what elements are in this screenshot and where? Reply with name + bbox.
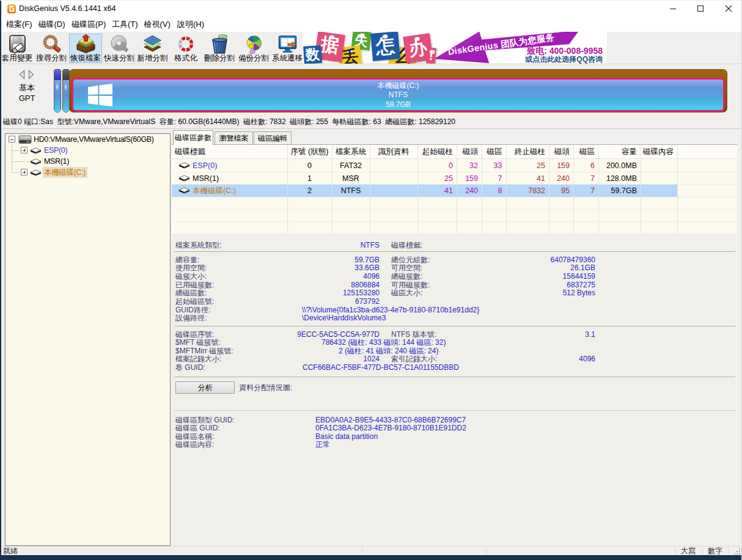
column-header[interactable]: 檔案系統 [332,145,370,159]
tab-sector-edit[interactable]: 磁區編輯 [254,131,292,144]
tree-node-msr[interactable]: MSR(1) [6,156,164,167]
partition-tree: HD0:VMware,VMwareVirtualS(60GB)ESP(0)MSR… [5,133,171,546]
column-header[interactable]: 磁碟內容 [641,145,677,159]
hdd-icon [18,134,32,144]
section-separator [174,410,735,411]
resize-grip[interactable] [733,548,741,555]
expand-icon[interactable] [21,169,28,175]
collapse-icon[interactable] [9,136,15,142]
menu-item-d[interactable]: 磁碟(D) [39,17,65,32]
format-icon [176,34,196,54]
table-cell: 7832 [506,185,549,197]
column-header[interactable]: 磁區 [482,145,506,159]
column-header[interactable]: 識別資料 [370,145,417,159]
menu-item-h[interactable]: 說明(H) [177,17,204,32]
section-separator [174,251,735,252]
partition-icon [30,169,42,176]
column-header[interactable]: 容量 [598,145,641,159]
ad-qq-link[interactable]: 或点击此处选择QQ咨询 [525,54,603,64]
disk-info-text: 磁碟0 端口:Sas 型號:VMware,VMwareVirtualS 容量: … [3,116,455,128]
column-header[interactable]: 磁區 [573,145,598,159]
table-cell: 128.0MB [598,172,641,185]
partition-bar-msr[interactable] [62,69,70,112]
toolbar-button-backup-partition[interactable]: 備份分割 [237,34,270,63]
partition-bar-esp[interactable] [54,69,61,112]
detail-row: 使用空間:33.6GB可用空間:26.1GB [172,263,737,272]
ad-tile: 怎 [370,32,400,61]
partition-label: MSR(1) [193,174,219,183]
detail-value: 3.1 [172,330,595,339]
close-button[interactable] [714,0,742,17]
column-header[interactable]: 磁頭 [549,145,573,159]
detail-value: 6837275 [172,281,595,289]
table-cell: 41 [506,172,549,185]
window-title: DiskGenius V5.4.6.1441 x64 [19,0,116,17]
detail-label: 設備路徑: [175,314,207,322]
toolbar-button-label: 恢復檔案 [70,54,101,62]
column-header[interactable]: 終止磁柱 [506,145,549,159]
tree-node-disk[interactable]: HD0:VMware,VMwareVirtualS(60GB) [6,134,164,145]
tab-browse-files[interactable]: 瀏覽檔案 [215,131,253,144]
backup-partition-icon [244,34,264,54]
toolbar-button-quick-partition[interactable]: 快速分割 [103,34,136,63]
maximize-button[interactable] [687,0,714,17]
grid-line [172,172,737,172]
table-cell: 1 [287,172,332,185]
next-disk-icon[interactable] [28,70,34,79]
system-migration-icon [277,34,298,54]
prev-disk-icon[interactable] [19,70,25,79]
tree-node-esp[interactable]: ESP(0) [6,145,164,156]
partition-fs: NTFS [73,90,723,100]
table-row-msr[interactable]: MSR(1)1MSR251597412407128.0MB [172,172,677,185]
toolbar-button-system-migration[interactable]: 系統遷移 [271,34,304,63]
table-row-c[interactable]: 本機磁碟(C:)2NTFS412408783295759.7GB [172,185,677,197]
column-header[interactable]: 起始磁柱 [417,145,457,159]
status-text: 就緒 [3,547,18,555]
tree-connector [12,172,20,173]
toolbar-button-search-partition[interactable]: 搜尋分割 [35,34,68,63]
minimize-button[interactable] [659,0,686,17]
toolbar-button-apply-changes[interactable]: 套用變更 [1,34,34,63]
menu-item-p[interactable]: 磁碟區(P) [72,17,106,32]
window-border-top [0,0,742,1]
app-window: DiskGenius V5.4.6.1441 x64 檔案(F)磁碟(D)磁碟區… [0,0,742,560]
window-border-left [0,0,1,560]
toolbar-button-format[interactable]: 格式化 [169,34,202,63]
tree-node-c[interactable]: 本機磁碟(C:) [6,167,164,178]
column-separator [641,145,641,234]
table-cell: 200.0MB [598,160,641,172]
menu-item-v[interactable]: 檢視(V) [144,17,171,32]
partition-icon [178,162,190,169]
detail-label: $MFTMirr 磁簇號: [175,347,233,355]
column-separator [417,145,418,234]
table-row-esp[interactable]: ESP(0)0FAT3203233251596200.0MB [172,160,677,172]
recover-files-icon [76,34,96,54]
ad-tile-char: 数 [304,45,320,64]
ad-banner[interactable]: DiskGenius 团队为您服务 致电: 400-008-9958 或点击此处… [303,32,607,64]
column-header[interactable]: 序號 (狀態) [287,145,332,159]
tab-partition-parameters[interactable]: 磁碟區參數 [173,130,213,145]
tube-cap [54,70,61,80]
toolbar-button-delete-partition[interactable]: 刪除分割 [203,34,236,63]
detail-value: 2 (磁柱: 41 磁頭: 240 磁區: 24) [339,347,438,355]
analyze-button[interactable]: 分析 [175,381,235,394]
column-header[interactable]: 磁頭 [457,145,482,159]
toolbar-button-recover-files[interactable]: 恢復檔案 [69,34,102,63]
table-cell: 25 [417,172,457,185]
toolbar-button-new-partition[interactable]: 新增分割 [136,34,169,63]
table-cell: 7 [573,172,598,185]
menu-item-t[interactable]: 工具(T) [112,17,138,32]
menu-item-f[interactable]: 檔案(F) [6,17,32,32]
delete-partition-icon [210,34,230,54]
partition-bar-c[interactable]: 本機磁碟(C:) NTFS 59.7GB [72,78,725,112]
menu-bar: 檔案(F)磁碟(D)磁碟區(P)工具(T)檢視(V)說明(H) [0,17,742,32]
column-header[interactable]: 磁碟標籤 [172,145,287,159]
expand-icon[interactable] [21,147,28,153]
detail-value: NTFS [172,241,380,249]
quick-partition-icon [109,34,130,54]
column-separator [549,145,549,234]
grid-line [172,234,737,234]
table-cell: 95 [549,185,573,197]
detail-row: 磁碟區 GUID:0FA1C3BA-D623-4E7B-9180-8710B1E… [172,424,737,432]
tree-node-label: 本機磁碟(C:) [43,167,87,178]
